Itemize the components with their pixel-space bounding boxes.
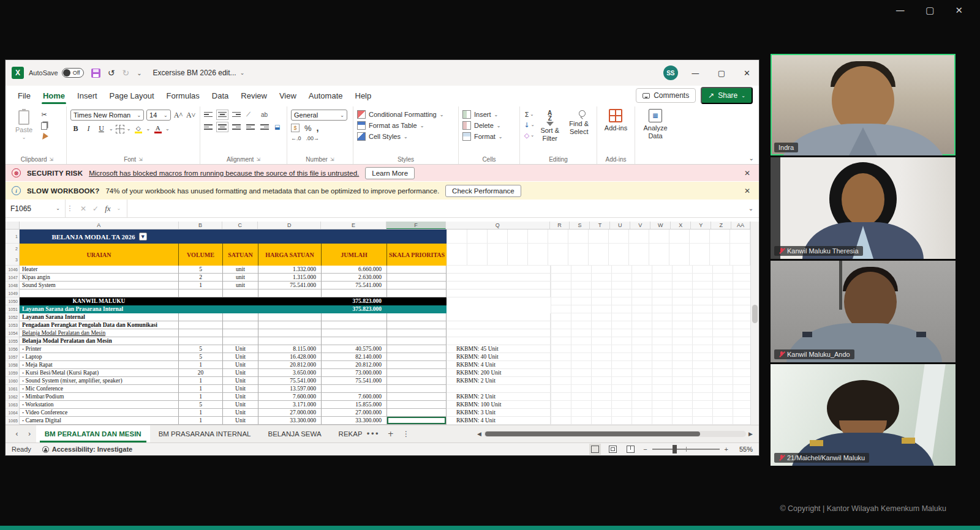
paste-button[interactable]: Paste ⌄ (12, 108, 36, 143)
conditional-formatting-button[interactable]: Conditional Formatting⌄ (357, 110, 454, 119)
cell-D1055[interactable] (258, 337, 322, 345)
participant-tile-2[interactable]: Kanwil Maluku Theresia (771, 157, 956, 259)
sheet-tab-bm-prasarana-internal[interactable]: BM PRASARANA INTERNAL (150, 425, 260, 442)
cell-Q1047[interactable] (447, 274, 551, 282)
sheet-next-icon[interactable]: › (23, 430, 36, 438)
row-number[interactable]: 1060 (6, 377, 20, 385)
cell-C1046[interactable]: unit (223, 266, 258, 274)
menu-tab-view[interactable]: View (273, 88, 303, 104)
cell-Q1051[interactable] (447, 305, 551, 313)
cell-C1049[interactable] (223, 289, 258, 297)
cell-C1062[interactable]: Unit (223, 393, 258, 401)
cell-F1051[interactable] (387, 305, 447, 313)
cell-D1057[interactable]: 16.428.000 (258, 353, 322, 361)
cell-B1046[interactable]: 5 (179, 266, 223, 274)
column-header-C[interactable]: C (222, 222, 258, 229)
cut-button[interactable]: ✂ (39, 110, 50, 119)
align-left-button[interactable] (204, 124, 213, 130)
participant-tile-3[interactable]: Kanwil Maluku_Ando (771, 261, 956, 362)
find-select-button[interactable]: Find & Select (565, 109, 593, 136)
cell-D1056[interactable]: 8.115.000 (258, 345, 322, 353)
cell-B1055[interactable] (179, 337, 223, 345)
excel-app-icon[interactable]: X (12, 67, 24, 79)
menu-tab-insert[interactable]: Insert (71, 88, 104, 104)
cell-D1046[interactable]: 1.332.000 (258, 266, 322, 274)
cell-E1053[interactable] (322, 321, 387, 329)
cell-Q1059[interactable]: RKBMN: 200 Unit (447, 369, 551, 377)
cell-B1049[interactable] (179, 289, 223, 297)
row-number[interactable]: 1058 (6, 361, 20, 369)
accounting-format-icon[interactable]: $ (291, 124, 300, 132)
excel-close-icon[interactable]: ✕ (739, 69, 755, 78)
cell-Q1055[interactable] (447, 337, 551, 345)
cell-A1055[interactable]: Belanja Modal Peralatan dan Mesin (20, 337, 179, 345)
cell-A1048[interactable]: Sound System (20, 282, 179, 289)
autosum-button[interactable]: Σ⌄ (524, 110, 535, 119)
row-number[interactable]: 1064 (6, 409, 20, 417)
zoom-slider[interactable] (652, 449, 720, 450)
percent-style-icon[interactable]: % (304, 124, 312, 133)
sheet-options-icon[interactable]: ⋮ (398, 430, 414, 438)
format-as-table-button[interactable]: Format as Table⌄ (357, 121, 454, 130)
column-header-Z[interactable]: Z (711, 222, 731, 229)
header-volume[interactable]: VOLUME (179, 244, 223, 266)
number-format-select[interactable]: General⌄ (291, 110, 347, 121)
cell-B1063[interactable]: 5 (179, 401, 223, 409)
cell-Q1048[interactable] (447, 282, 551, 289)
format-painter-button[interactable] (39, 132, 50, 141)
hscroll-left-icon[interactable]: ◀ (477, 431, 481, 437)
italic-button[interactable]: I (83, 124, 94, 134)
column-header-U[interactable]: U (610, 222, 630, 229)
cell-Q1063[interactable]: RKBMN: 100 Unit (447, 401, 551, 409)
decrease-decimal-icon[interactable]: .00→ (306, 135, 320, 141)
cell-B1056[interactable]: 5 (179, 345, 223, 353)
cell-F1058[interactable] (387, 361, 447, 369)
cell-Q1053[interactable] (447, 321, 551, 329)
cell-E1059[interactable]: 73.000.000 (322, 369, 387, 377)
cell-F1061[interactable] (387, 385, 447, 393)
cell-C1054[interactable] (223, 329, 258, 337)
column-header-B[interactable]: B (179, 222, 223, 229)
cell-D1064[interactable]: 27.000.000 (258, 409, 322, 417)
clipboard-dialog-launcher-icon[interactable]: ⇲ (50, 157, 54, 162)
learn-more-button[interactable]: Learn More (365, 167, 415, 179)
column-header-X[interactable]: X (671, 222, 691, 229)
cell-Q1064[interactable]: RKBMN: 3 Unit (447, 409, 551, 417)
enter-entry-icon[interactable]: ✓ (92, 204, 99, 213)
cell-F1047[interactable] (387, 274, 447, 282)
font-size-select[interactable]: 14⌄ (146, 110, 170, 121)
cell-C1050[interactable] (223, 297, 258, 305)
row-number[interactable]: 1055 (6, 337, 20, 345)
zoom-in-button[interactable]: + (725, 446, 728, 453)
cell-B1065[interactable]: 1 (179, 417, 223, 425)
menu-tab-help[interactable]: Help (349, 88, 378, 104)
cell-E1055[interactable] (322, 337, 387, 345)
cell-C1061[interactable]: Unit (223, 385, 258, 393)
more-sheets-icon[interactable]: ••• (362, 430, 383, 438)
cell-E1060[interactable]: 75.541.000 (322, 377, 387, 385)
cell-Q1052[interactable] (447, 313, 551, 321)
menu-tab-file[interactable]: File (12, 88, 37, 104)
cell-C1056[interactable]: Unit (223, 345, 258, 353)
number-dialog-launcher-icon[interactable]: ⇲ (330, 157, 334, 162)
autosave-control[interactable]: AutoSave Off (29, 68, 84, 78)
cell-E1050[interactable]: 375.823.000 (322, 297, 387, 305)
cell-A1065[interactable]: - Camera Digital (20, 417, 179, 425)
cell-D1063[interactable]: 3.171.000 (258, 401, 322, 409)
fill-color-button[interactable]: ◇ (133, 124, 143, 134)
cell-D1052[interactable] (258, 313, 322, 321)
cell-E1048[interactable]: 75.541.000 (322, 282, 387, 289)
cell-A1059[interactable]: - Kursi Besi/Metal (Kursi Rapat) (20, 369, 179, 377)
participant-tile-4[interactable]: 21/Maichel/Kanwil Maluku (771, 364, 956, 466)
accessibility-status[interactable]: Accessibility: Investigate (42, 446, 132, 453)
cell-C1059[interactable]: Unit (223, 369, 258, 377)
name-box[interactable]: F1065 ⌄ (6, 200, 66, 217)
column-header-F[interactable]: F (386, 222, 446, 229)
cell-E1047[interactable]: 2.630.000 (322, 274, 387, 282)
orientation-icon[interactable]: ⟋ (246, 111, 251, 118)
cell-C1053[interactable] (223, 321, 258, 329)
cell-F1053[interactable] (387, 321, 447, 329)
share-button[interactable]: ↗ Share ⌄ (701, 87, 753, 104)
column-header-Q[interactable]: Q (446, 222, 550, 229)
cell-A1051[interactable]: Layanan Sarana dan Prasarana Internal (20, 305, 179, 313)
